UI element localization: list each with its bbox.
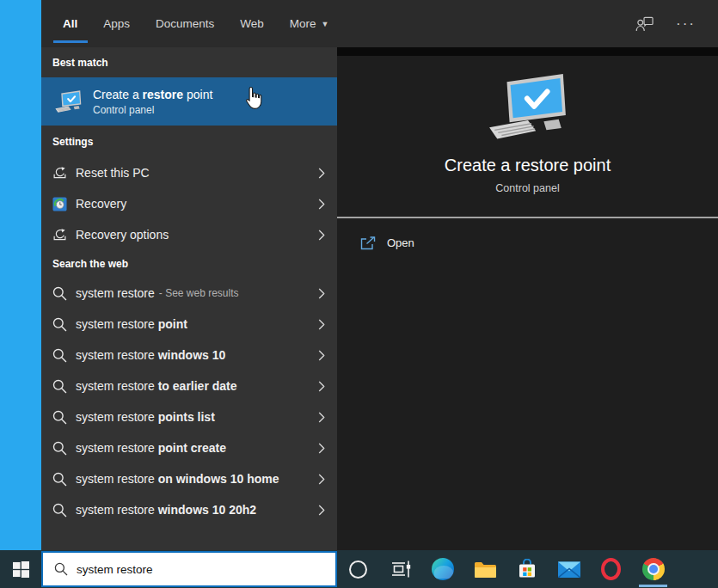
best-match-item[interactable]: Create a restore point Control panel <box>41 77 337 126</box>
tab-more[interactable]: More ▼ <box>290 0 329 47</box>
file-explorer-icon <box>474 560 496 579</box>
chevron-right-icon[interactable] <box>318 381 325 392</box>
search-icon <box>52 441 67 456</box>
opera-icon <box>601 558 621 580</box>
tab-documents[interactable]: Documents <box>156 0 214 47</box>
edge-icon <box>432 558 454 580</box>
windows-desktop: All Apps Documents Web More ▼ ··· <box>0 0 718 588</box>
search-icon <box>52 379 67 394</box>
reset-pc-icon <box>52 166 67 181</box>
divider <box>337 217 718 218</box>
restore-point-monitor-icon <box>54 90 83 113</box>
chevron-right-icon[interactable] <box>318 199 325 210</box>
tab-apps[interactable]: Apps <box>103 0 130 47</box>
open-external-icon <box>360 236 376 250</box>
preview-pane: Create a restore point Control panel Ope… <box>337 47 718 550</box>
mail-icon <box>558 560 580 578</box>
microsoft-store-icon <box>517 559 537 579</box>
web-suggestion[interactable]: system restore on windows 10 home <box>41 463 337 494</box>
taskbar-file-explorer-button[interactable] <box>463 550 506 588</box>
chevron-right-icon[interactable] <box>318 443 325 454</box>
ellipsis-menu-icon[interactable]: ··· <box>676 16 696 31</box>
best-match-text: Create a restore point Control panel <box>93 87 212 117</box>
tab-web[interactable]: Web <box>240 0 264 47</box>
tab-web-label: Web <box>240 17 264 30</box>
search-results-body: Best match Create a restore point Contro… <box>41 47 718 550</box>
search-icon <box>52 472 67 487</box>
settings-item-reset-this-pc[interactable]: Reset this PC <box>41 157 337 188</box>
preview-actions: Open <box>337 230 718 256</box>
web-suggestion[interactable]: system restore windows 10 <box>41 340 337 371</box>
start-button[interactable] <box>0 550 41 588</box>
task-view-icon <box>390 559 411 579</box>
settings-item-recovery[interactable]: Recovery <box>41 188 337 219</box>
chevron-right-icon[interactable] <box>318 168 325 179</box>
taskbar-apps <box>337 550 674 588</box>
chevron-right-icon[interactable] <box>318 350 325 361</box>
search-icon <box>52 410 67 425</box>
search-icon <box>54 562 68 576</box>
search-icon <box>52 286 67 301</box>
reset-pc-icon <box>52 228 67 242</box>
search-icon <box>52 348 67 363</box>
cortana-icon <box>349 560 367 579</box>
tab-all[interactable]: All <box>63 0 77 47</box>
search-filter-tabbar: All Apps Documents Web More ▼ ··· <box>41 0 718 47</box>
taskbar-opera-button[interactable] <box>590 550 632 588</box>
search-icon <box>52 503 67 518</box>
best-match-subtitle: Control panel <box>93 103 212 117</box>
taskbar-store-button[interactable] <box>506 550 548 588</box>
taskbar <box>0 550 718 588</box>
web-suggestion[interactable]: system restore point <box>41 309 337 340</box>
web-suggestion[interactable]: system restore windows 10 20h2 <box>41 494 337 525</box>
chevron-right-icon[interactable] <box>318 319 325 330</box>
recovery-icon <box>52 197 67 211</box>
chevron-right-icon[interactable] <box>318 230 325 241</box>
see-web-results-note: - See web results <box>159 287 239 299</box>
web-suggestion[interactable]: system restore point create <box>41 432 337 463</box>
feedback-icon[interactable] <box>635 16 654 32</box>
restore-point-monitor-icon <box>486 73 570 140</box>
web-suggestion[interactable]: system restore - See web results <box>41 278 337 309</box>
chevron-right-icon[interactable] <box>318 474 325 485</box>
best-match-header: Best match <box>41 47 337 77</box>
taskbar-task-view-button[interactable] <box>379 550 421 588</box>
best-match-title: Create a restore point <box>93 87 212 102</box>
taskbar-cortana-button[interactable] <box>337 550 379 588</box>
taskbar-chrome-button[interactable] <box>632 550 674 588</box>
tabbar-actions: ··· <box>635 16 696 32</box>
taskbar-mail-button[interactable] <box>548 550 590 588</box>
web-suggestion[interactable]: system restore points list <box>41 401 337 432</box>
settings-item-recovery-options[interactable]: Recovery options <box>41 219 337 250</box>
chevron-right-icon[interactable] <box>318 412 325 423</box>
windows-logo-icon <box>13 561 29 578</box>
settings-header: Settings <box>41 126 337 157</box>
taskbar-search-box[interactable] <box>41 551 337 587</box>
taskbar-edge-button[interactable] <box>421 550 463 588</box>
web-suggestion[interactable]: system restore to earlier date <box>41 371 337 401</box>
open-action[interactable]: Open <box>337 230 718 256</box>
open-action-label: Open <box>387 236 414 249</box>
tab-apps-label: Apps <box>103 17 130 30</box>
tab-more-label: More <box>290 17 316 30</box>
preview-subtitle: Control panel <box>495 182 559 194</box>
preview-title: Create a restore point <box>445 156 611 175</box>
start-search-flyout: All Apps Documents Web More ▼ ··· <box>41 0 718 550</box>
chevron-down-icon: ▼ <box>322 20 329 28</box>
chevron-right-icon[interactable] <box>318 505 325 516</box>
search-the-web-header: Search the web <box>41 250 337 278</box>
chevron-right-icon[interactable] <box>318 288 325 299</box>
results-list: Best match Create a restore point Contro… <box>41 47 337 550</box>
search-icon <box>52 317 67 332</box>
chrome-icon <box>642 558 665 580</box>
tab-all-label: All <box>63 17 77 30</box>
search-input[interactable] <box>77 563 309 576</box>
tab-documents-label: Documents <box>156 17 214 30</box>
